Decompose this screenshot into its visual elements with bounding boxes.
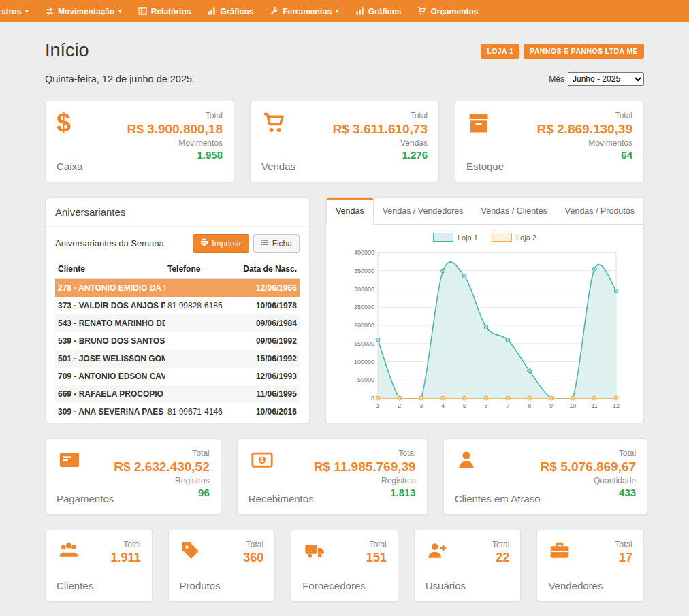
card-fornecedores: Fornecedores Total 151 bbox=[291, 530, 398, 602]
chevron-down-icon: ▾ bbox=[336, 8, 339, 14]
card-label: Recebimentos bbox=[249, 493, 314, 504]
bar-chart-icon bbox=[207, 7, 216, 16]
month-label: Mês bbox=[549, 74, 564, 84]
tab-vendas-produtos[interactable]: Vendas / Produtos bbox=[556, 198, 643, 224]
sub-value: 1.276 bbox=[402, 149, 428, 161]
nav-item-cadastros[interactable]: stros ▾ bbox=[0, 0, 37, 22]
nav-item-ferramentas[interactable]: Ferramentas ▾ bbox=[261, 0, 347, 22]
cell-data-nasc: 12/06/1966 bbox=[237, 278, 300, 297]
print-button-label: Imprimir bbox=[212, 239, 241, 248]
table-row[interactable]: 543 - RENATO MARINHO DE ARAUJO (F… 09/06… bbox=[55, 314, 300, 332]
column-header-cliente: Cliente bbox=[55, 260, 165, 278]
month-select[interactable]: Junho - 2025 bbox=[568, 72, 644, 86]
bar-chart-icon bbox=[355, 7, 364, 16]
cell-cliente: 501 - JOSE WELISSON GOMES OLIVEIR… bbox=[55, 350, 165, 368]
birthdays-panel: Aniversariantes Aniversariantes da Seman… bbox=[45, 197, 310, 423]
count-value: 151 bbox=[366, 551, 387, 565]
count-value: 22 bbox=[496, 551, 509, 565]
column-header-data-nasc: Data de Nasc. bbox=[237, 260, 300, 278]
table-row[interactable]: 669 - RAFAELA PROCOPIO DA SILVA CA… 11/0… bbox=[55, 385, 300, 403]
svg-text:250000: 250000 bbox=[354, 304, 374, 310]
tag-icon bbox=[180, 540, 221, 564]
sub-value: 1.958 bbox=[197, 149, 223, 161]
briefcase-icon bbox=[548, 540, 603, 564]
sub-label: Vendas bbox=[400, 138, 428, 148]
cell-data-nasc: 15/06/1992 bbox=[237, 350, 300, 368]
table-row[interactable]: 373 - VALDIR DOS ANJOS PEREIRA (AN… 81 9… bbox=[55, 297, 300, 314]
loja1-swatch-icon bbox=[433, 233, 453, 242]
card-clientes-atraso: Clientes em Atraso Total R$ 5.076.869,67… bbox=[443, 438, 647, 515]
card-label: Clientes bbox=[57, 580, 93, 591]
cell-data-nasc: 10/06/2016 bbox=[237, 403, 300, 421]
cell-telefone bbox=[165, 368, 237, 385]
box-icon bbox=[466, 111, 504, 138]
nav-item-movimentacao[interactable]: Movimentação ▾ bbox=[37, 0, 130, 22]
svg-text:5: 5 bbox=[463, 402, 466, 409]
svg-text:12: 12 bbox=[613, 402, 620, 409]
table-row[interactable]: 539 - BRUNO DOS SANTOS GOMES 09/06/1992 bbox=[55, 332, 300, 350]
svg-text:200000: 200000 bbox=[354, 322, 374, 329]
tab-vendas-vendedores[interactable]: Vendas / Vendedores bbox=[374, 198, 472, 224]
page-title: Início bbox=[45, 40, 89, 61]
top-navbar: stros ▾ Movimentação ▾ Relatórios Gráfic… bbox=[0, 0, 689, 22]
column-header-telefone: Telefone bbox=[165, 260, 237, 278]
store-badge[interactable]: LOJA 1 bbox=[481, 44, 519, 59]
svg-text:8: 8 bbox=[528, 402, 531, 409]
sales-chart-panel: Vendas Vendas / Vendedores Vendas / Clie… bbox=[325, 197, 644, 423]
nav-item-relatorios[interactable]: Relatórios bbox=[130, 0, 199, 22]
table-row[interactable]: 501 - JOSE WELISSON GOMES OLIVEIR… 15/06… bbox=[55, 350, 300, 368]
ficha-button-label: Ficha bbox=[272, 239, 292, 248]
sub-value: 96 bbox=[198, 487, 210, 498]
birthdays-table: Cliente Telefone Data de Nasc. 278 - ANT… bbox=[55, 260, 300, 421]
svg-text:7: 7 bbox=[506, 402, 509, 409]
nav-item-label: stros bbox=[1, 7, 21, 16]
count-value: 17 bbox=[619, 551, 632, 565]
card-label: Fornecedores bbox=[302, 580, 366, 591]
table-row[interactable]: 278 - ANTONIO EMIDIO DA SILVA (PALE… 12/… bbox=[55, 278, 300, 297]
nav-item-label: Orçamentos bbox=[430, 7, 478, 16]
ficha-button[interactable]: Ficha bbox=[253, 234, 300, 253]
nav-item-graficos-2[interactable]: Gráficos bbox=[347, 0, 410, 22]
total-value: R$ 3.611.610,73 bbox=[333, 122, 428, 137]
cell-telefone: 81 99828-6185 bbox=[165, 297, 237, 314]
table-row[interactable]: 709 - ANTONIO EDSON CAVALCANTE D… 12/06/… bbox=[55, 368, 300, 385]
person-plus-icon bbox=[426, 540, 466, 564]
tab-vendas-clientes[interactable]: Vendas / Clientes bbox=[472, 198, 556, 224]
card-label: Estoque bbox=[466, 161, 504, 172]
total-label: Total bbox=[369, 540, 386, 549]
card-recebimentos: 1 Recebimentos Total R$ 11.985.769,39 Re… bbox=[237, 438, 428, 515]
list-icon bbox=[261, 238, 269, 248]
cell-data-nasc: 12/06/1993 bbox=[237, 368, 300, 385]
chart-tabs: Vendas Vendas / Vendedores Vendas / Clie… bbox=[326, 198, 643, 225]
tab-vendas[interactable]: Vendas bbox=[326, 198, 374, 225]
total-label: Total bbox=[615, 540, 632, 549]
svg-text:1: 1 bbox=[260, 455, 264, 464]
svg-text:400000: 400000 bbox=[354, 249, 374, 256]
card-pagamentos: Pagamentos Total R$ 2.632.430,52 Registr… bbox=[45, 438, 221, 515]
nav-item-graficos[interactable]: Gráficos bbox=[199, 0, 261, 22]
cell-cliente: 309 - ANA SEVERINA PAES DA SILVA bbox=[55, 403, 165, 421]
chevron-down-icon: ▾ bbox=[118, 8, 122, 14]
sub-value: 433 bbox=[619, 487, 636, 498]
card-vendas: Vendas Total R$ 3.611.610,73 Vendas 1.27… bbox=[250, 101, 439, 182]
card-label: Pagamentos bbox=[57, 493, 114, 504]
count-value: 360 bbox=[243, 551, 263, 565]
total-label: Total bbox=[398, 449, 415, 458]
cell-cliente: 539 - BRUNO DOS SANTOS GOMES bbox=[55, 332, 165, 350]
nav-item-label: Movimentação bbox=[58, 7, 114, 16]
total-label: Total bbox=[615, 111, 632, 120]
legend-item-loja2: Loja 2 bbox=[492, 233, 536, 242]
nav-item-label: Relatórios bbox=[151, 7, 191, 16]
cell-data-nasc: 09/06/1992 bbox=[237, 332, 300, 350]
legend-label: Loja 2 bbox=[516, 233, 536, 242]
cell-cliente: 373 - VALDIR DOS ANJOS PEREIRA (AN… bbox=[55, 297, 165, 314]
print-button[interactable]: Imprimir bbox=[193, 234, 249, 253]
total-label: Total bbox=[619, 449, 636, 458]
svg-text:10: 10 bbox=[569, 402, 576, 409]
table-row[interactable]: 309 - ANA SEVERINA PAES DA SILVA 81 9967… bbox=[55, 403, 300, 421]
card-label: Vendas bbox=[261, 161, 295, 172]
svg-text:150000: 150000 bbox=[354, 340, 374, 347]
nav-item-orcamentos[interactable]: Orçamentos bbox=[409, 0, 486, 22]
card-label: Caixa bbox=[57, 161, 82, 172]
svg-text:11: 11 bbox=[591, 402, 597, 409]
